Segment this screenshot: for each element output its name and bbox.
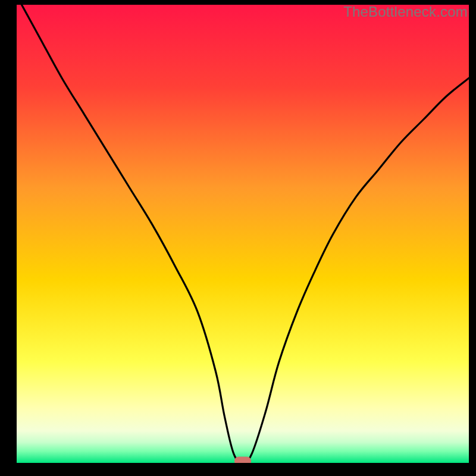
bottleneck-plot — [17, 5, 469, 463]
minimum-marker — [234, 457, 251, 464]
gradient-background — [17, 5, 469, 463]
attribution-text: TheBottleneck.com — [343, 4, 468, 20]
chart-stage: TheBottleneck.com — [0, 0, 476, 476]
